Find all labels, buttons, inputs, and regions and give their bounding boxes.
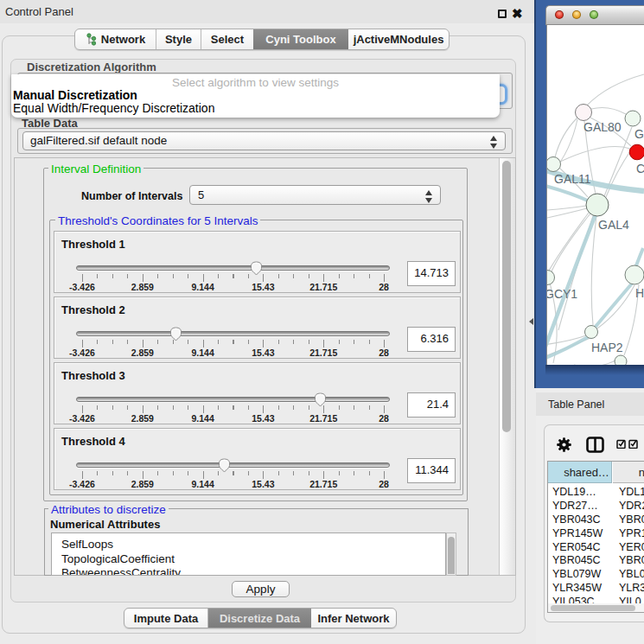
- svg-text:GCY1: GCY1: [547, 287, 577, 301]
- svg-text:GAL80: GAL80: [583, 120, 622, 134]
- svg-text:GAL4: GAL4: [598, 218, 629, 232]
- svg-text:C: C: [636, 162, 644, 175]
- svg-text:H: H: [635, 286, 644, 300]
- svg-text:GA: GA: [634, 127, 644, 141]
- svg-text:GAL11: GAL11: [554, 172, 591, 186]
- svg-text:HAP2: HAP2: [591, 341, 623, 354]
